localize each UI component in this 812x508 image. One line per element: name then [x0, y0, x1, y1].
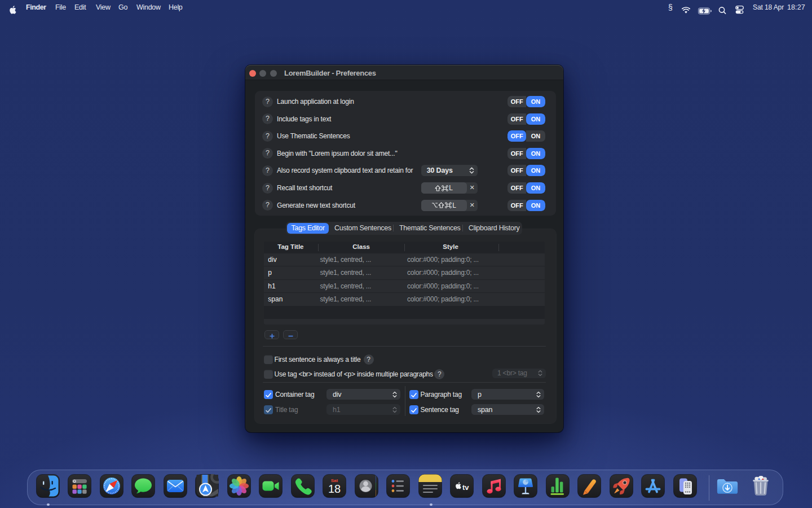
svg-text:18: 18 — [328, 483, 341, 495]
svg-text:tv: tv — [462, 483, 469, 491]
